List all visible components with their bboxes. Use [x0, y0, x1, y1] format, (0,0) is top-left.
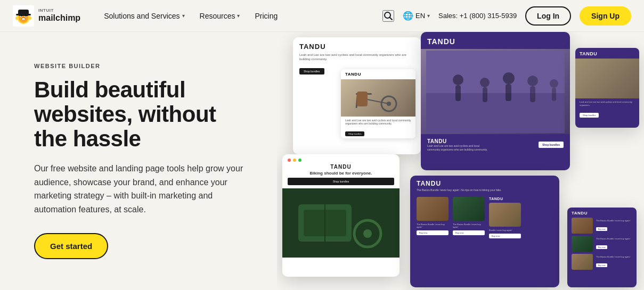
mockup-card-bfr: TANDU The Basics Bundle 'never buy again… — [567, 208, 637, 287]
svg-rect-10 — [16, 14, 31, 15]
svg-rect-28 — [506, 84, 511, 101]
riders-illustration — [426, 51, 565, 133]
product-image-2 — [453, 197, 485, 221]
svg-rect-24 — [455, 85, 461, 101]
chevron-down-icon: ▾ — [427, 13, 430, 19]
nav-item-resources[interactable]: Resources ▾ — [193, 7, 247, 24]
window-dot-yellow — [293, 159, 296, 162]
product-item-2: The Basics Bundle 'never buy again' Buy … — [453, 197, 485, 238]
hero-label: WEBSITE BUILDER — [34, 63, 251, 69]
sales-number: Sales: +1 (800) 315-5939 — [438, 12, 517, 20]
svg-rect-32 — [552, 88, 556, 101]
search-button[interactable] — [382, 10, 394, 22]
card-brand-br: TANDU — [417, 180, 553, 187]
card-brand-bfr: TANDU — [567, 208, 637, 218]
logo[interactable]: INTUIT mailchimp — [13, 5, 80, 27]
svg-rect-22 — [426, 93, 565, 133]
product-item-1: The Basics Bundle 'never buy again' Buy … — [417, 197, 449, 238]
product-image-3 — [489, 203, 521, 227]
hero-mockups: TANDU Leah and Lee are two avid cyclists… — [277, 32, 644, 290]
hero-description: Our free website and landing page tools … — [34, 162, 251, 216]
svg-rect-26 — [483, 87, 487, 102]
mockup-card-fr: TANDU Leah and Lee are two avid cyclists… — [575, 48, 639, 128]
nav-item-pricing[interactable]: Pricing — [248, 7, 284, 24]
bfr-product-2: The Basics Bundle 'never buy again' Buy … — [572, 236, 632, 252]
card-shop-btn: Shop bundles — [299, 68, 324, 74]
mailchimp-logo-icon — [13, 5, 34, 27]
card-cta: Shop bundles — [288, 178, 394, 185]
mockup-card-tl: TANDU Leah and Lee are two avid cyclists… — [293, 37, 421, 154]
mockup-card-tr: TANDU — [421, 32, 570, 170]
login-button[interactable]: Log In — [525, 6, 571, 26]
window-dot-red — [288, 159, 291, 162]
nav-links: Solutions and Services ▾ Resources ▾ Pri… — [97, 7, 382, 24]
hero-content: WEBSITE BUILDER Build beautiful websites… — [0, 32, 277, 290]
product-image-1 — [417, 197, 449, 221]
nav-item-solutions[interactable]: Solutions and Services ▾ — [97, 7, 191, 24]
svg-point-27 — [503, 72, 515, 84]
green-bike-illustration — [282, 188, 400, 258]
nav-right: 🌐 EN ▾ Sales: +1 (800) 315-5939 Log In S… — [382, 6, 631, 26]
svg-point-25 — [480, 78, 490, 87]
svg-point-8 — [22, 18, 25, 20]
navbar: INTUIT mailchimp Solutions and Services … — [0, 0, 644, 32]
card-tagline: Biking should be for everyone. — [282, 170, 400, 178]
signup-button[interactable]: Sign Up — [580, 6, 631, 26]
svg-point-12 — [28, 16, 31, 20]
get-started-button[interactable]: Get started — [34, 233, 108, 259]
window-dot-green — [298, 159, 301, 162]
card-brand-tr: TANDU — [427, 37, 455, 46]
svg-point-11 — [15, 16, 19, 20]
svg-point-23 — [453, 74, 463, 85]
hero-section: WEBSITE BUILDER Build beautiful websites… — [0, 32, 644, 290]
hero-title: Build beautiful websites, without the ha… — [34, 78, 251, 152]
bfr-product-3: The Basics Bundle 'never buy again' Buy … — [572, 254, 632, 270]
svg-rect-17 — [357, 92, 368, 106]
search-icon — [384, 11, 393, 21]
product-item-3: TANDU Bundle 'never buy again' Buy now — [489, 197, 521, 238]
mockup-card-bl: TANDU Biking should be for everyone. Sho… — [282, 154, 400, 277]
product-grid: The Basics Bundle 'never buy again' Buy … — [410, 195, 559, 242]
card-bottom-tr: TANDU Leah and Lee are two avid cyclists… — [421, 134, 570, 155]
chevron-down-icon: ▾ — [237, 13, 240, 19]
bfr-product-list: The Basics Bundle 'never buy again' Buy … — [567, 218, 637, 273]
svg-line-20 — [368, 100, 389, 104]
globe-icon: 🌐 — [403, 11, 413, 21]
bfr-product-1: The Basics Bundle 'never buy again' Buy … — [572, 218, 632, 234]
svg-point-38 — [363, 229, 372, 238]
chevron-down-icon: ▾ — [182, 13, 185, 19]
card-brand-bl: TANDU — [282, 164, 400, 170]
language-selector[interactable]: 🌐 EN ▾ — [403, 11, 430, 21]
svg-rect-30 — [530, 86, 535, 102]
svg-point-31 — [550, 79, 558, 88]
bicycle-icon — [354, 84, 402, 113]
svg-point-29 — [527, 76, 538, 86]
card-image-tr — [421, 49, 570, 134]
mockup-card-br: TANDU The Basics Bundle 'never buy again… — [410, 176, 559, 287]
svg-line-14 — [389, 17, 392, 20]
card-image-bl — [282, 188, 400, 258]
card-brand: TANDU — [299, 43, 414, 51]
nested-card: TANDU Leah and Lee are two avid cyclists… — [341, 69, 415, 138]
